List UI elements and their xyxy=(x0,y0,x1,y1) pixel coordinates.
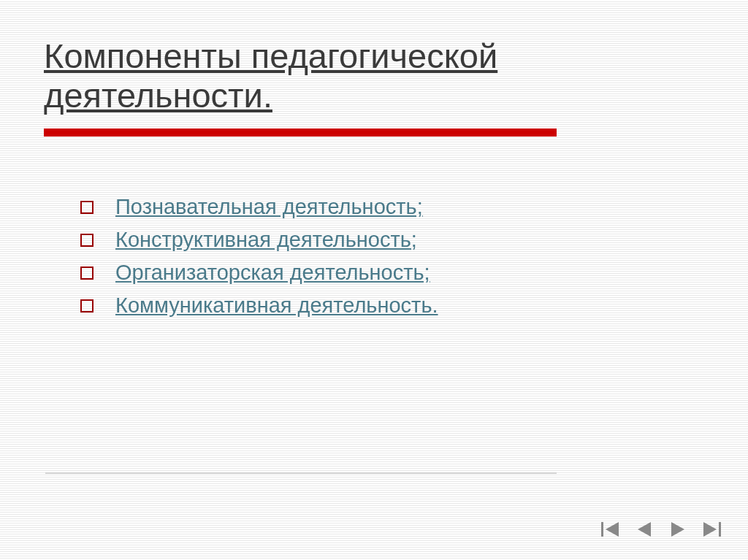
bullet-list: Познавательная деятельность; Конструктив… xyxy=(44,195,704,318)
list-item: Коммуникативная деятельность. xyxy=(80,294,704,318)
slide-title: Компоненты педагогической деятельности. xyxy=(44,37,704,115)
square-bullet-icon xyxy=(80,266,94,280)
list-item: Познавательная деятельность; xyxy=(80,195,704,219)
first-slide-button[interactable] xyxy=(599,519,622,540)
title-accent-bar xyxy=(44,129,557,137)
square-bullet-icon xyxy=(80,234,94,247)
bullet-link[interactable]: Конструктивная деятельность; xyxy=(115,228,417,252)
square-bullet-icon xyxy=(80,201,94,214)
previous-slide-button[interactable] xyxy=(633,519,656,540)
footer-divider xyxy=(45,472,557,474)
svg-marker-1 xyxy=(606,522,619,537)
next-slide-button[interactable] xyxy=(666,519,690,540)
svg-marker-3 xyxy=(671,522,684,537)
svg-rect-5 xyxy=(719,522,721,537)
svg-marker-4 xyxy=(703,522,717,537)
last-slide-button[interactable] xyxy=(700,519,723,540)
triangle-right-icon xyxy=(670,521,686,537)
svg-rect-0 xyxy=(601,522,603,537)
bullet-link[interactable]: Познавательная деятельность; xyxy=(115,195,423,219)
list-item: Организаторская деятельность; xyxy=(80,261,704,285)
slide: Компоненты педагогической деятельности. … xyxy=(0,0,748,560)
bullet-link[interactable]: Коммуникативная деятельность. xyxy=(115,294,438,318)
triangle-left-icon xyxy=(636,521,652,537)
list-item: Конструктивная деятельность; xyxy=(80,228,704,252)
bullet-link[interactable]: Организаторская деятельность; xyxy=(115,261,430,285)
nav-controls xyxy=(599,519,723,540)
skip-first-icon xyxy=(601,521,620,537)
square-bullet-icon xyxy=(80,299,94,312)
skip-last-icon xyxy=(702,521,721,537)
svg-marker-2 xyxy=(638,522,651,537)
